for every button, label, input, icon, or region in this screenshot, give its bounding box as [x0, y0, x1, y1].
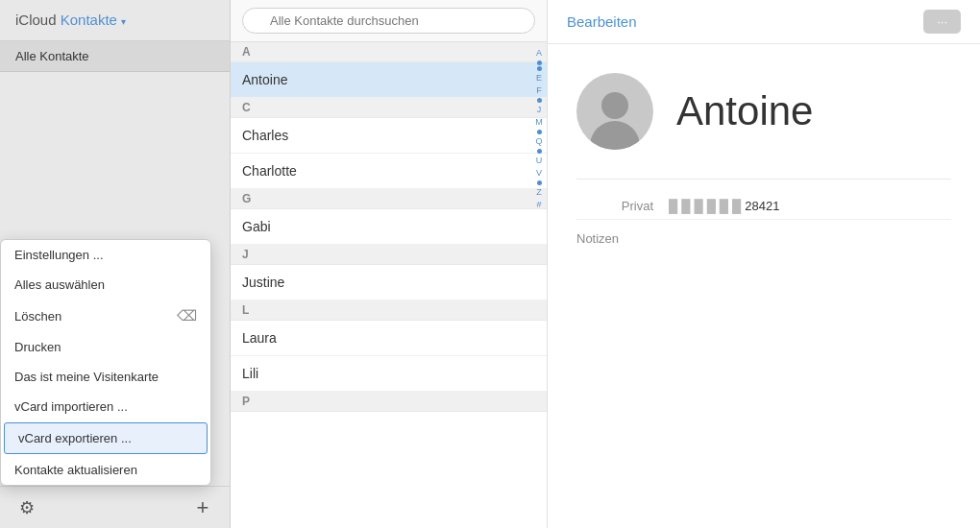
alpha-letter-Q[interactable]: Q [535, 135, 542, 148]
contact-item[interactable]: Charles [231, 118, 547, 154]
sidebar-header: iCloud Kontakte ▾ [0, 0, 230, 41]
context-menu-item-drucken[interactable]: Drucken [1, 332, 210, 362]
detail-toolbar: Bearbeiten ··· [548, 0, 980, 44]
phone-field-row: Privat ██████ 28421 [576, 193, 951, 220]
alpha-dot[interactable] [537, 98, 542, 103]
context-menu-item-alles-auswaehlen[interactable]: Alles auswählen [1, 270, 210, 300]
shortcut-icon: ⌫ [177, 307, 197, 324]
context-menu-item-label: Alles auswählen [14, 277, 105, 292]
gear-icon: ⚙ [19, 497, 35, 518]
kontakte-text[interactable]: Kontakte [61, 12, 117, 28]
alpha-dot[interactable] [537, 130, 542, 134]
contacts-panel: 🔍 AAntoineCCharlesCharlotteGGabiJJustine… [231, 0, 548, 528]
phone-value: 28421 [745, 199, 779, 213]
search-input[interactable] [242, 8, 535, 34]
context-menu-item-label: Das ist meine Visitenkarte [14, 370, 159, 384]
detail-panel: Bearbeiten ··· Antoine Privat ██████ 284… [548, 0, 980, 528]
notes-label: Notizen [576, 231, 619, 246]
contacts-list: AAntoineCCharlesCharlotteGGabiJJustineLL… [231, 42, 547, 528]
contact-item[interactable]: Lili [231, 356, 547, 392]
alpha-dot[interactable] [537, 60, 542, 65]
alpha-letter-E[interactable]: E [536, 72, 542, 84]
gear-button[interactable]: ⚙ [15, 496, 38, 519]
avatar-body [590, 121, 640, 150]
section-header-l: L [231, 300, 547, 321]
avatar-person [590, 73, 640, 150]
context-menu-item-kontakte-aktualisieren[interactable]: Kontakte aktualisieren [1, 455, 210, 485]
sidebar-bottom: ⚙ + [0, 486, 230, 528]
contact-name: Antoine [676, 88, 813, 134]
section-header-c: C [231, 98, 547, 118]
action-button[interactable]: ··· [923, 10, 961, 34]
detail-content: Antoine Privat ██████ 28421 Notizen [548, 44, 980, 528]
search-bar: 🔍 [231, 0, 547, 42]
alpha-index: AEFJMQUVZ# [531, 43, 547, 528]
alpha-letter-A[interactable]: A [536, 47, 542, 60]
alpha-dot[interactable] [537, 66, 542, 71]
contact-item[interactable]: Laura [231, 321, 547, 356]
alpha-letter-V[interactable]: V [536, 167, 542, 180]
contact-item[interactable]: Charlotte [231, 154, 547, 189]
context-menu-item-loeschen[interactable]: Löschen⌫ [1, 300, 210, 332]
avatar [576, 73, 653, 150]
edit-button[interactable]: Bearbeiten [567, 13, 637, 30]
section-header-g: G [231, 189, 547, 209]
context-menu-item-visitenkarte[interactable]: Das ist meine Visitenkarte [1, 362, 210, 392]
phone-value-blurred: ██████ [669, 199, 745, 213]
context-menu-item-label: Kontakte aktualisieren [14, 463, 137, 477]
alpha-letter-J[interactable]: J [537, 104, 542, 116]
alpha-letter-F[interactable]: F [536, 84, 542, 97]
contact-fields: Privat ██████ 28421 Notizen [576, 179, 951, 256]
icloud-text: iCloud [15, 12, 57, 28]
alpha-dot[interactable] [537, 149, 542, 154]
contact-item[interactable]: Antoine [231, 62, 547, 98]
context-menu-item-label: vCard exportieren ... [18, 431, 132, 445]
plus-icon: + [197, 495, 209, 520]
phone-label: Privat [576, 199, 653, 213]
section-header-a: A [231, 42, 547, 62]
context-menu-item-label: vCard importieren ... [14, 399, 128, 414]
alpha-letter-M[interactable]: M [535, 116, 543, 129]
section-header-j: J [231, 245, 547, 265]
context-menu-item-vcard-importieren[interactable]: vCard importieren ... [1, 392, 210, 421]
context-menu-item-label: Drucken [14, 340, 61, 354]
add-contact-button[interactable]: + [191, 496, 214, 519]
alpha-letter-U[interactable]: U [536, 155, 543, 167]
sidebar: iCloud Kontakte ▾ Alle Kontakte Einstell… [0, 0, 231, 528]
search-wrapper: 🔍 [242, 8, 535, 34]
context-menu-item-vcard-exportieren[interactable]: vCard exportieren ...➜ [4, 422, 208, 454]
context-menu-item-label: Einstellungen ... [14, 248, 104, 262]
icloud-logo: iCloud Kontakte ▾ [15, 12, 126, 28]
notes-row: Notizen [576, 220, 951, 256]
contact-header: Antoine [576, 73, 951, 150]
context-menu: Einstellungen ...Alles auswählenLöschen⌫… [0, 239, 211, 486]
chevron-down-icon[interactable]: ▾ [121, 16, 126, 27]
contact-item[interactable]: Gabi [231, 209, 547, 245]
alpha-letter-Z[interactable]: Z [536, 186, 542, 199]
section-header-p: P [231, 392, 547, 412]
alpha-dot[interactable] [537, 180, 542, 185]
contact-item[interactable]: Justine [231, 265, 547, 300]
sidebar-item-alle-kontakte[interactable]: Alle Kontakte [0, 41, 230, 72]
alpha-letter-hash[interactable]: # [536, 199, 541, 211]
context-menu-item-einstellungen[interactable]: Einstellungen ... [1, 240, 210, 270]
context-menu-item-label: Löschen [14, 309, 61, 324]
avatar-head [601, 92, 628, 119]
